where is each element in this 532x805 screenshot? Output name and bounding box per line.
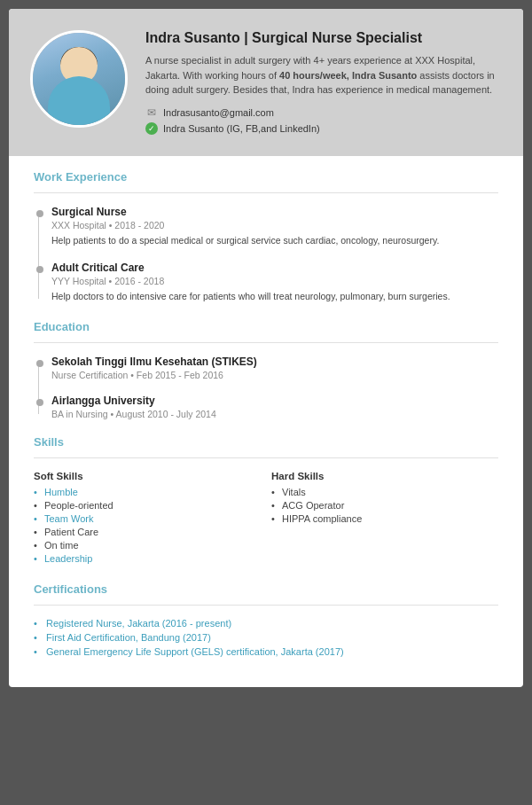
- soft-skills-title: Soft Skills: [34, 471, 261, 481]
- email-text: Indrasusanto@gmail.com: [163, 107, 274, 118]
- email-contact: ✉ Indrasusanto@gmail.com: [145, 106, 502, 119]
- hard-skills-group: Hard Skills Vitals ACG Operator HIPPA co…: [271, 471, 498, 567]
- avatar: [30, 30, 128, 128]
- work-item-1: Surgical Nurse XXX Hospital • 2018 - 202…: [51, 206, 498, 248]
- skills-grid: Soft Skills Humble People-oriented Team …: [34, 471, 498, 567]
- education-title: Education: [34, 320, 498, 333]
- work-experience-title: Work Experience: [34, 170, 498, 184]
- edu-meta-2: BA in Nursing • August 2010 - July 2014: [51, 409, 498, 419]
- certifications-title: Certifications: [34, 582, 498, 596]
- skill-patient-care: Patient Care: [34, 527, 261, 537]
- skill-acg: ACG Operator: [271, 500, 498, 511]
- skill-teamwork: Team Work: [34, 513, 261, 524]
- skill-leadership: Leadership: [34, 553, 261, 564]
- education-timeline: Sekolah Tinggi Ilmu Kesehatan (STIKES) N…: [34, 356, 498, 419]
- soft-skills-group: Soft Skills Humble People-oriented Team …: [34, 471, 261, 567]
- edu-item-1: Sekolah Tinggi Ilmu Kesehatan (STIKES) N…: [51, 356, 498, 380]
- header-section: Indra Susanto | Surgical Nurse Specialis…: [9, 9, 523, 156]
- envelope-icon: ✉: [145, 106, 158, 119]
- main-content: Work Experience Surgical Nurse XXX Hospi…: [9, 156, 523, 688]
- education-section: Education Sekolah Tinggi Ilmu Kesehatan …: [34, 320, 498, 419]
- candidate-name: Indra Susanto | Surgical Nurse Specialis…: [145, 30, 502, 46]
- cert-1: Registered Nurse, Jakarta (2016 - presen…: [34, 618, 498, 629]
- edu-role-2: Airlangga University: [51, 395, 498, 407]
- skill-people-oriented: People-oriented: [34, 500, 261, 511]
- work-desc-1: Help patients to do a special medical or…: [51, 234, 498, 248]
- skill-humble: Humble: [34, 487, 261, 497]
- work-timeline: Surgical Nurse XXX Hospital • 2018 - 202…: [34, 206, 498, 305]
- social-contact: ✓ Indra Susanto (IG, FB,and LinkedIn): [145, 122, 502, 135]
- work-meta-1: XXX Hospital • 2018 - 2020: [51, 220, 498, 231]
- hard-skills-list: Vitals ACG Operator HIPPA compliance: [271, 487, 498, 524]
- work-divider: [34, 192, 498, 193]
- hard-skills-title: Hard Skills: [271, 471, 498, 481]
- work-desc-2: Help doctors to do intensive care for pa…: [51, 290, 498, 304]
- work-experience-section: Work Experience Surgical Nurse XXX Hospi…: [34, 170, 498, 305]
- certifications-section: Certifications Registered Nurse, Jakarta…: [34, 582, 498, 657]
- work-item-2: Adult Critical Care YYY Hospital • 2016 …: [51, 262, 498, 304]
- soft-skills-list: Humble People-oriented Team Work Patient…: [34, 487, 261, 564]
- cert-2: First Aid Certification, Bandung (2017): [34, 632, 498, 643]
- skill-hippa: HIPPA compliance: [271, 513, 498, 524]
- verified-icon: ✓: [145, 122, 158, 135]
- skills-section: Skills Soft Skills Humble People-oriente…: [34, 435, 498, 567]
- cert-divider: [34, 605, 498, 606]
- edu-divider: [34, 342, 498, 343]
- cert-list: Registered Nurse, Jakarta (2016 - presen…: [34, 618, 498, 657]
- work-meta-2: YYY Hospital • 2016 - 2018: [51, 276, 498, 286]
- social-text: Indra Susanto (IG, FB,and LinkedIn): [163, 123, 320, 134]
- skill-vitals: Vitals: [271, 487, 498, 497]
- work-role-2: Adult Critical Care: [51, 262, 498, 274]
- edu-item-2: Airlangga University BA in Nursing • Aug…: [51, 395, 498, 419]
- resume-container: Indra Susanto | Surgical Nurse Specialis…: [9, 9, 523, 687]
- edu-meta-1: Nurse Certification • Feb 2015 - Feb 201…: [51, 370, 498, 380]
- candidate-bio: A nurse specialist in adult surgery with…: [145, 53, 502, 98]
- skill-on-time: On time: [34, 540, 261, 551]
- edu-role-1: Sekolah Tinggi Ilmu Kesehatan (STIKES): [51, 356, 498, 368]
- work-role-1: Surgical Nurse: [51, 206, 498, 218]
- header-info: Indra Susanto | Surgical Nurse Specialis…: [145, 30, 502, 138]
- skills-title: Skills: [34, 435, 498, 449]
- skills-divider: [34, 457, 498, 458]
- cert-3: General Emergency Life Support (GELS) ce…: [34, 646, 498, 657]
